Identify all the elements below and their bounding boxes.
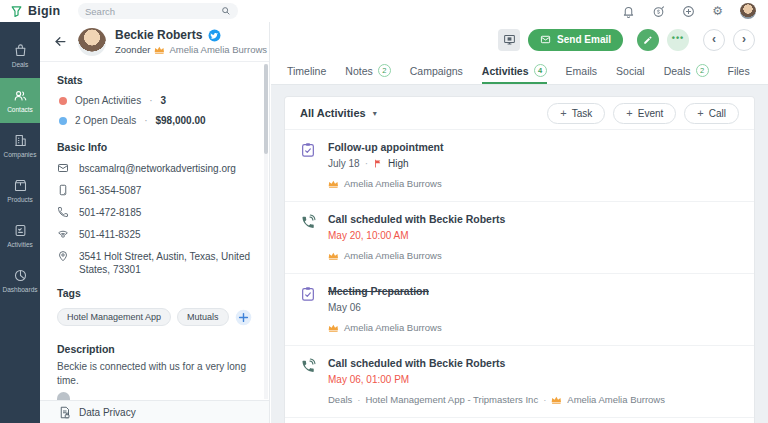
tab-timeline[interactable]: Timeline bbox=[287, 57, 326, 84]
mobile-phone-icon bbox=[57, 184, 69, 196]
bigin-logo[interactable]: Bigin bbox=[0, 4, 70, 18]
back-button[interactable] bbox=[53, 34, 69, 50]
call-icon bbox=[300, 358, 316, 374]
activities-count-badge: 4 bbox=[534, 64, 547, 77]
previous-record-button[interactable]: ‹ bbox=[703, 29, 725, 51]
send-email-button[interactable]: Send Email bbox=[528, 29, 623, 51]
activity-row-task[interactable]: Follow-up appointment July 18 · High Ame… bbox=[285, 129, 754, 201]
more-actions-button[interactable]: ••• bbox=[667, 29, 689, 51]
related-deal[interactable]: Hotel Management App - Tripmasters Inc bbox=[365, 394, 538, 405]
sidebar-item-deals[interactable]: Deals bbox=[0, 33, 40, 78]
add-event-button[interactable]: + Event bbox=[613, 103, 676, 124]
contact-owner[interactable]: Amelia Amelia Burrows bbox=[169, 44, 267, 55]
contact-detail-panel: Beckie Roberts Zoonder Amelia Amelia Bur… bbox=[40, 22, 270, 423]
tab-deals[interactable]: Deals2 bbox=[664, 57, 709, 84]
stat-open-deals[interactable]: 2 Open Deals · $98,000.00 bbox=[59, 115, 253, 126]
sidebar-item-activities[interactable]: Activities bbox=[0, 213, 40, 258]
twitter-badge-icon[interactable] bbox=[208, 29, 221, 42]
plus-icon: + bbox=[560, 107, 566, 119]
task-icon bbox=[300, 142, 316, 158]
search-input[interactable] bbox=[85, 6, 221, 17]
contact-header: Beckie Roberts Zoonder Amelia Amelia Bur… bbox=[40, 22, 269, 62]
notes-count-badge: 2 bbox=[378, 64, 391, 77]
edit-button[interactable] bbox=[637, 29, 659, 51]
activity-row-call[interactable]: Call scheduled with Beckie Roberts May 2… bbox=[285, 201, 754, 273]
settings-gear-icon[interactable]: ⚙ bbox=[712, 5, 723, 18]
tag-chip[interactable]: Mutuals bbox=[177, 308, 229, 326]
activity-owner[interactable]: Amelia Amelia Burrows bbox=[344, 322, 442, 333]
owner-crown-icon bbox=[328, 252, 339, 260]
left-panel-scrollbar[interactable] bbox=[264, 64, 268, 399]
dot-separator: · bbox=[149, 95, 152, 106]
activity-title[interactable]: Follow-up appointment bbox=[328, 141, 443, 153]
user-avatar[interactable] bbox=[740, 3, 756, 19]
location-pin-icon bbox=[57, 250, 69, 262]
stats-title: Stats bbox=[57, 74, 253, 86]
next-record-button[interactable]: › bbox=[733, 29, 755, 51]
screen-share-button[interactable] bbox=[498, 29, 520, 51]
tab-campaigns[interactable]: Campaigns bbox=[410, 57, 463, 84]
open-activities-dot bbox=[59, 97, 67, 105]
plus-icon bbox=[235, 309, 252, 326]
priority-flag-icon bbox=[373, 158, 383, 169]
data-privacy-button[interactable]: Data Privacy bbox=[40, 400, 269, 423]
contact-name: Beckie Roberts bbox=[115, 28, 202, 42]
home-phone-row[interactable]: 501-411-8325 bbox=[57, 228, 253, 241]
contact-avatar[interactable] bbox=[78, 28, 106, 56]
tag-chip[interactable]: Hotel Management App bbox=[57, 308, 171, 326]
activity-title-completed[interactable]: Meeting Preparation bbox=[328, 285, 442, 297]
tags-title: Tags bbox=[57, 287, 253, 299]
dot-separator: · bbox=[357, 394, 360, 405]
record-main-panel: Send Email ••• ‹ › Timeline Notes2 Campa… bbox=[271, 22, 768, 423]
contact-info-body: Stats Open Activities · 3 2 Open Deals ·… bbox=[40, 62, 269, 423]
sidebar-item-companies[interactable]: Companies bbox=[0, 123, 40, 168]
activity-owner[interactable]: Amelia Amelia Burrows bbox=[344, 178, 442, 189]
activity-priority: High bbox=[388, 158, 409, 169]
phone-row[interactable]: 501-472-8185 bbox=[57, 206, 253, 219]
tab-social[interactable]: Social bbox=[616, 57, 645, 84]
activities-tab-content: All Activities ▾ + Task + Event bbox=[271, 85, 768, 423]
sidebar-item-contacts[interactable]: Contacts bbox=[0, 78, 40, 123]
activity-row-task-completed[interactable]: Meeting Preparation May 06 Amelia Amelia… bbox=[285, 273, 754, 345]
tab-emails[interactable]: Emails bbox=[566, 57, 598, 84]
tab-files[interactable]: Files bbox=[728, 57, 750, 84]
phone-icon bbox=[57, 206, 69, 218]
billing-icon[interactable] bbox=[652, 5, 665, 18]
activity-title[interactable]: Call scheduled with Beckie Roberts bbox=[328, 213, 505, 225]
mobile-row[interactable]: 561-354-5087 bbox=[57, 184, 253, 197]
global-search[interactable] bbox=[78, 3, 238, 19]
notifications-bell-icon[interactable] bbox=[622, 5, 635, 18]
call-icon bbox=[300, 214, 316, 230]
activity-owner[interactable]: Amelia Amelia Burrows bbox=[344, 250, 442, 261]
record-actions: Send Email ••• ‹ › bbox=[271, 22, 768, 57]
add-new-icon[interactable] bbox=[682, 5, 695, 18]
activity-owner[interactable]: Amelia Amelia Burrows bbox=[567, 394, 665, 405]
description-title: Description bbox=[57, 343, 253, 355]
stat-open-activities[interactable]: Open Activities · 3 bbox=[59, 95, 253, 106]
email-row[interactable]: bscamalrq@networkadvertising.org bbox=[57, 162, 253, 175]
activity-row-call[interactable]: Call scheduled with Beckie Roberts May 0… bbox=[285, 345, 754, 418]
activities-icon bbox=[13, 223, 28, 238]
plus-icon: + bbox=[697, 107, 703, 119]
owner-crown-icon bbox=[154, 46, 165, 54]
tab-activities[interactable]: Activities4 bbox=[482, 57, 547, 84]
contact-company[interactable]: Zoonder bbox=[115, 44, 150, 55]
deals-count-badge: 2 bbox=[696, 64, 709, 77]
tab-notes[interactable]: Notes2 bbox=[345, 57, 390, 84]
related-module[interactable]: Deals bbox=[328, 394, 352, 405]
open-activities-count: 3 bbox=[161, 95, 167, 106]
companies-icon bbox=[13, 133, 28, 148]
sidebar-item-products[interactable]: Products bbox=[0, 168, 40, 213]
chevron-left-icon: ‹ bbox=[712, 32, 716, 46]
activity-title[interactable]: Call scheduled with Beckie Roberts bbox=[328, 357, 665, 369]
desk-phone-icon bbox=[57, 228, 69, 240]
activities-filter-dropdown[interactable]: All Activities ▾ bbox=[300, 107, 377, 119]
brand-name: Bigin bbox=[28, 4, 60, 18]
add-task-button[interactable]: + Task bbox=[547, 103, 605, 124]
add-call-button[interactable]: + Call bbox=[684, 103, 739, 124]
contacts-icon bbox=[13, 88, 28, 103]
add-tag-button[interactable] bbox=[235, 309, 252, 326]
address-row[interactable]: 3541 Holt Street, Austin, Texas, United … bbox=[57, 250, 253, 276]
sidebar-item-dashboards[interactable]: Dashboards bbox=[0, 258, 40, 303]
bigin-app-window: Bigin ⚙ Deals Contacts bbox=[0, 0, 768, 423]
